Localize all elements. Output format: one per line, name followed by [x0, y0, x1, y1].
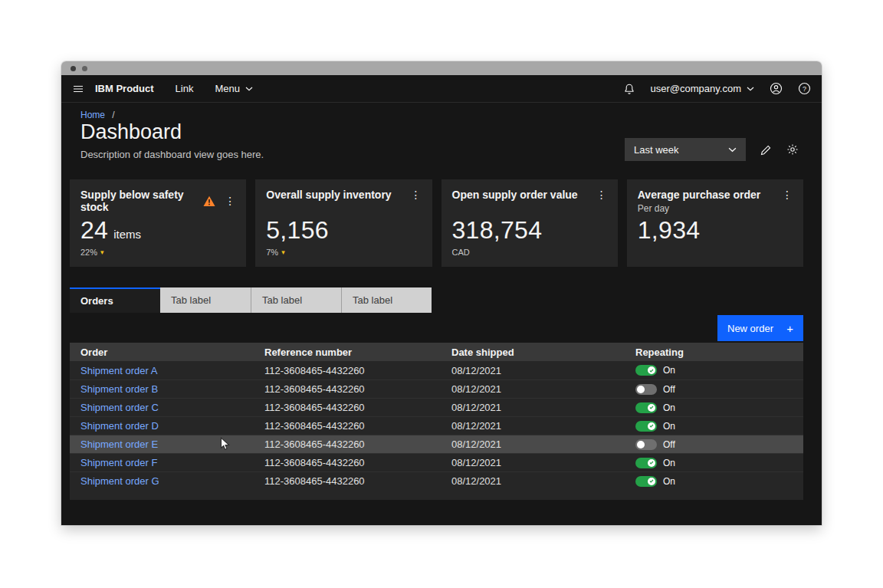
window-titlebar — [61, 61, 822, 75]
table-row[interactable]: Shipment order B 112-3608465-4432260 08/… — [70, 379, 803, 398]
table-row[interactable]: Shipment order G 112-3608465-4432260 08/… — [70, 471, 803, 490]
trend-value: 22% — [80, 248, 97, 257]
settings-gear-icon[interactable] — [786, 143, 799, 156]
table-row[interactable]: Shipment order F 112-3608465-4432260 08/… — [70, 453, 803, 471]
tab-orders[interactable]: Orders — [70, 287, 160, 313]
toggle-state-label: Off — [663, 384, 675, 395]
toggle-state-label: Off — [663, 439, 675, 450]
breadcrumb-separator: / — [112, 110, 114, 120]
order-link[interactable]: Shipment order D — [80, 420, 159, 432]
card-value: 1,934 — [638, 218, 701, 244]
order-link[interactable]: Shipment order A — [80, 365, 157, 376]
tab-bar: Orders Tab label Tab label Tab label — [70, 287, 432, 313]
metric-card: Average purchase order ⋮ Per day 1,934 — [627, 179, 803, 267]
order-link[interactable]: Shipment order F — [80, 457, 157, 468]
date-shipped: 08/12/2021 — [441, 457, 625, 468]
breadcrumb-home-link[interactable]: Home — [80, 110, 105, 120]
order-link[interactable]: Shipment order G — [80, 475, 159, 487]
date-shipped: 08/12/2021 — [441, 420, 625, 432]
repeating-toggle[interactable] — [635, 476, 657, 487]
warning-icon — [203, 195, 215, 207]
tab-label: Tab label — [171, 294, 211, 306]
user-account-dropdown[interactable]: user@company.com — [651, 83, 754, 94]
column-header-date: Date shipped — [441, 347, 625, 358]
hamburger-menu-icon[interactable] — [72, 83, 84, 95]
reference-number: 112-3608465-4432260 — [254, 383, 441, 395]
overflow-menu-icon[interactable]: ⋮ — [782, 189, 793, 200]
window-body: IBM Product Link Menu user@company.com ? — [61, 75, 822, 525]
overflow-menu-icon[interactable]: ⋮ — [411, 189, 422, 200]
product-name-link[interactable]: IBM Product — [95, 83, 154, 94]
plus-icon: + — [786, 322, 793, 335]
table-row[interactable]: Shipment order C 112-3608465-4432260 08/… — [70, 398, 803, 416]
repeating-toggle[interactable] — [635, 458, 657, 468]
order-link[interactable]: Shipment order B — [80, 383, 158, 395]
tab-label: Tab label — [353, 294, 392, 306]
trend-down-caret-icon: ▾ — [100, 248, 104, 256]
table-row[interactable]: Shipment order E 112-3608465-4432260 08/… — [70, 435, 803, 453]
nav-menu-dropdown[interactable]: Menu — [215, 83, 253, 94]
card-footnote: CAD — [452, 248, 470, 257]
card-subtitle: Per day — [638, 203, 793, 214]
column-header-reference: Reference number — [254, 347, 441, 358]
card-title: Supply below safety stock — [80, 189, 203, 213]
toggle-state-label: On — [663, 365, 675, 376]
date-shipped: 08/12/2021 — [441, 383, 625, 395]
new-order-label: New order — [727, 323, 773, 334]
chevron-down-icon — [747, 87, 754, 91]
overflow-menu-icon[interactable]: ⋮ — [225, 195, 235, 206]
chevron-down-icon — [728, 147, 737, 153]
tab-tab-label[interactable]: Tab label — [341, 287, 432, 313]
reference-number: 112-3608465-4432260 — [254, 365, 441, 376]
repeating-toggle[interactable] — [635, 421, 657, 432]
reference-number: 112-3608465-4432260 — [254, 457, 441, 468]
tab-tab-label[interactable]: Tab label — [251, 287, 341, 313]
edit-pencil-icon[interactable] — [760, 144, 772, 156]
repeating-toggle[interactable] — [635, 384, 657, 395]
order-link[interactable]: Shipment order E — [80, 439, 158, 450]
date-shipped: 08/12/2021 — [441, 365, 625, 376]
metric-card: Open supply order value ⋮ 318,754 CAD — [442, 179, 618, 267]
tab-label: Tab label — [262, 294, 302, 306]
table-footer-band — [70, 490, 803, 500]
new-order-button[interactable]: New order + — [717, 315, 803, 341]
table-header-row: Order Reference number Date shipped Repe… — [70, 343, 803, 361]
period-select-value: Last week — [634, 144, 679, 156]
help-icon[interactable]: ? — [798, 82, 811, 95]
repeating-toggle[interactable] — [635, 365, 657, 376]
window-control-dot[interactable] — [71, 66, 76, 71]
nav-menu-label: Menu — [215, 83, 240, 94]
user-email: user@company.com — [651, 83, 741, 94]
metric-card: Supply below safety stock ⋮ 24 items 22%… — [70, 179, 246, 267]
card-value-suffix: items — [113, 228, 141, 241]
nav-link[interactable]: Link — [176, 83, 194, 94]
table-row[interactable]: Shipment order D 112-3608465-4432260 08/… — [70, 416, 803, 435]
trend-value: 7% — [266, 248, 278, 257]
repeating-toggle[interactable] — [635, 402, 657, 413]
toggle-knob — [648, 422, 655, 430]
tab-tab-label[interactable]: Tab label — [160, 287, 251, 313]
app-window: IBM Product Link Menu user@company.com ? — [61, 61, 822, 525]
breadcrumb: Home / — [80, 110, 115, 120]
toggle-state-label: On — [663, 476, 675, 487]
metric-card: Overall supply inventory ⋮ 5,156 7%▾ — [255, 179, 432, 267]
period-select-dropdown[interactable]: Last week — [625, 138, 746, 161]
table-row[interactable]: Shipment order A 112-3608465-4432260 08/… — [70, 361, 803, 379]
repeating-toggle[interactable] — [635, 439, 657, 450]
card-title: Overall supply inventory — [266, 189, 391, 201]
order-link[interactable]: Shipment order C — [80, 402, 159, 413]
overflow-menu-icon[interactable]: ⋮ — [596, 189, 607, 200]
toggle-state-label: On — [663, 402, 675, 413]
user-avatar-icon[interactable] — [770, 82, 783, 95]
orders-table: Order Reference number Date shipped Repe… — [70, 343, 803, 500]
toggle-knob — [637, 386, 645, 393]
toggle-state-label: On — [663, 421, 675, 432]
column-header-repeating: Repeating — [625, 347, 803, 358]
card-value: 318,754 — [452, 218, 543, 244]
reference-number: 112-3608465-4432260 — [254, 402, 441, 413]
tab-label: Orders — [80, 295, 113, 307]
top-nav: IBM Product Link Menu user@company.com ? — [61, 75, 822, 103]
toggle-knob — [648, 366, 655, 374]
window-control-dot[interactable] — [82, 66, 87, 71]
notification-bell-icon[interactable] — [623, 83, 635, 95]
